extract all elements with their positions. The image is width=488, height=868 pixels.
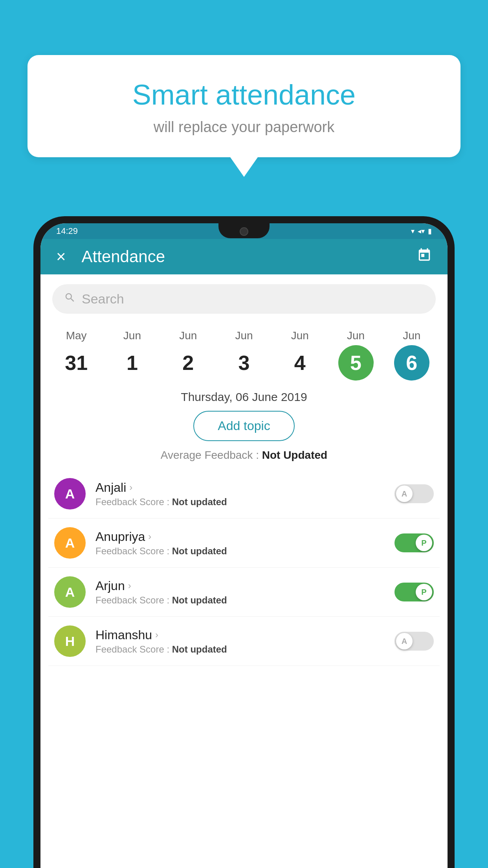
student-avatar: A <box>54 478 86 509</box>
date-item[interactable]: Jun5 <box>332 329 380 381</box>
app-header: × Attendance <box>40 239 448 274</box>
student-item: AArjun ›Feedback Score : Not updatedP <box>48 568 440 617</box>
attendance-toggle[interactable]: P <box>394 533 434 552</box>
date-item[interactable]: Jun4 <box>276 329 323 381</box>
search-bar[interactable]: Search <box>52 284 436 314</box>
student-info: Himanshu ›Feedback Score : Not updated <box>95 628 394 655</box>
date-number[interactable]: 2 <box>171 345 206 381</box>
student-avatar: A <box>54 576 86 608</box>
phone-frame: 14:29 ▾ ◂▾ ▮ × Attendance <box>33 216 455 868</box>
student-name[interactable]: Arjun › <box>95 579 394 593</box>
date-item[interactable]: Jun3 <box>220 329 268 381</box>
student-info: Arjun ›Feedback Score : Not updated <box>95 579 394 606</box>
speech-bubble-container: Smart attendance will replace your paper… <box>28 55 460 177</box>
date-month: Jun <box>179 329 197 342</box>
student-name[interactable]: Anupriya › <box>95 530 394 544</box>
chevron-right-icon: › <box>129 482 132 493</box>
battery-icon: ▮ <box>428 227 432 235</box>
date-strip: May31Jun1Jun2Jun3Jun4Jun5Jun6 <box>40 324 448 381</box>
bubble-subtitle: will replace your paperwork <box>47 119 441 136</box>
student-avatar: H <box>54 625 86 657</box>
date-number[interactable]: 6 <box>394 345 429 381</box>
student-feedback: Feedback Score : Not updated <box>95 546 394 557</box>
attendance-toggle[interactable]: P <box>394 583 434 601</box>
wifi-icon: ▾ <box>411 227 415 235</box>
date-item[interactable]: Jun1 <box>108 329 156 381</box>
date-number[interactable]: 4 <box>282 345 317 381</box>
date-number[interactable]: 31 <box>59 345 94 381</box>
student-avatar: A <box>54 527 86 559</box>
student-name[interactable]: Himanshu › <box>95 628 394 642</box>
phone-screen: 14:29 ▾ ◂▾ ▮ × Attendance <box>40 223 448 868</box>
avg-feedback-prefix: Average Feedback : <box>161 449 262 461</box>
toggle-knob: P <box>416 535 432 551</box>
student-item: AAnjali ›Feedback Score : Not updatedA <box>48 469 440 519</box>
speech-bubble-tail <box>230 157 258 177</box>
search-input[interactable]: Search <box>82 291 424 307</box>
avg-feedback: Average Feedback : Not Updated <box>40 449 448 462</box>
calendar-icon[interactable] <box>417 248 432 266</box>
toggle-knob: A <box>396 633 413 649</box>
student-info: Anjali ›Feedback Score : Not updated <box>95 480 394 508</box>
student-info: Anupriya ›Feedback Score : Not updated <box>95 530 394 557</box>
phone-notch <box>218 223 270 238</box>
date-item[interactable]: Jun2 <box>165 329 212 381</box>
add-topic-button[interactable]: Add topic <box>193 411 294 441</box>
student-feedback: Feedback Score : Not updated <box>95 497 394 508</box>
chevron-right-icon: › <box>148 531 151 542</box>
student-name[interactable]: Anjali › <box>95 480 394 495</box>
date-number[interactable]: 3 <box>226 345 262 381</box>
date-month: Jun <box>403 329 420 342</box>
toggle-knob: A <box>396 485 413 502</box>
header-title: Attendance <box>82 247 417 266</box>
attendance-toggle[interactable]: A <box>394 632 434 651</box>
status-time: 14:29 <box>56 226 78 236</box>
date-month: Jun <box>347 329 365 342</box>
chevron-right-icon: › <box>155 629 158 640</box>
date-number[interactable]: 5 <box>338 345 374 381</box>
attendance-toggle[interactable]: A <box>394 484 434 503</box>
student-list: AAnjali ›Feedback Score : Not updatedAAA… <box>40 469 448 666</box>
avg-feedback-value: Not Updated <box>262 449 327 461</box>
close-button[interactable]: × <box>56 247 66 266</box>
signal-icon: ◂▾ <box>418 227 425 235</box>
date-month: Jun <box>291 329 309 342</box>
bubble-title: Smart attendance <box>47 79 441 111</box>
toggle-knob: P <box>416 584 432 600</box>
selected-date-label: Thursday, 06 June 2019 <box>40 381 448 411</box>
status-icons: ▾ ◂▾ ▮ <box>411 227 432 235</box>
search-icon <box>64 292 76 307</box>
student-feedback: Feedback Score : Not updated <box>95 595 394 606</box>
date-month: May <box>66 329 87 342</box>
speech-bubble: Smart attendance will replace your paper… <box>28 55 460 157</box>
date-month: Jun <box>123 329 141 342</box>
front-camera <box>240 227 248 236</box>
date-number[interactable]: 1 <box>114 345 150 381</box>
student-item: AAnupriya ›Feedback Score : Not updatedP <box>48 519 440 568</box>
date-item[interactable]: Jun6 <box>388 329 435 381</box>
student-feedback: Feedback Score : Not updated <box>95 644 394 655</box>
chevron-right-icon: › <box>128 580 131 591</box>
date-item[interactable]: May31 <box>53 329 100 381</box>
date-month: Jun <box>235 329 253 342</box>
student-item: HHimanshu ›Feedback Score : Not updatedA <box>48 617 440 666</box>
